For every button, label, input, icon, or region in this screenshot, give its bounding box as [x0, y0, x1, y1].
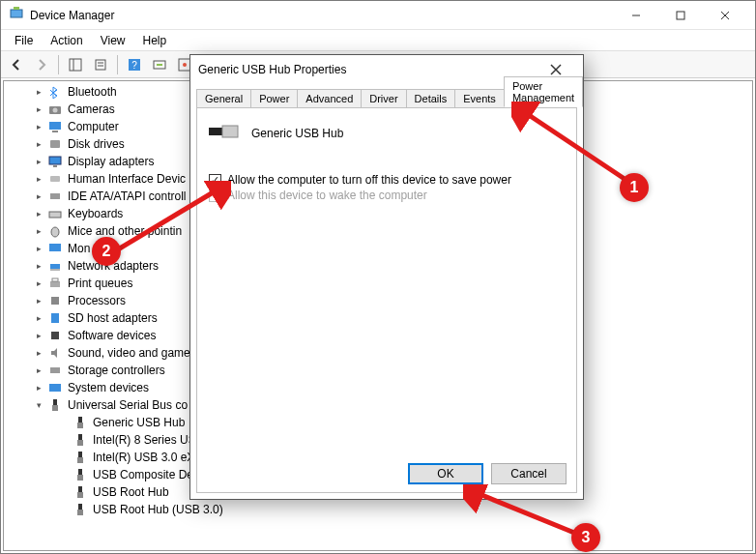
allow-turn-off-row[interactable]: ✓ Allow the computer to turn off this de… — [209, 173, 565, 187]
svg-rect-22 — [49, 157, 61, 164]
allow-turn-off-label: Allow the computer to turn off this devi… — [227, 173, 511, 187]
show-hide-tree-button[interactable] — [64, 53, 87, 76]
usb-icon — [72, 432, 89, 448]
usb-icon — [72, 415, 89, 430]
svg-rect-0 — [11, 10, 22, 17]
camera-icon — [46, 102, 64, 117]
forward-button[interactable] — [30, 53, 53, 76]
close-button[interactable] — [703, 1, 747, 30]
tab-general[interactable]: General — [196, 89, 251, 107]
tree-label: Processors — [68, 294, 126, 307]
software-icon — [46, 328, 64, 343]
tree-label: Display adapters — [68, 155, 154, 168]
hid-icon — [46, 171, 64, 187]
tab-advanced[interactable]: Advanced — [297, 89, 362, 107]
usb-icon — [46, 397, 64, 413]
properties-dialog: Generic USB Hub Properties General Power… — [189, 54, 584, 500]
svg-rect-51 — [77, 510, 83, 515]
svg-point-18 — [53, 108, 58, 113]
cancel-button[interactable]: Cancel — [491, 463, 567, 484]
tree-label: Software devices — [68, 329, 156, 342]
tab-events[interactable]: Events — [454, 89, 505, 107]
tab-details[interactable]: Details — [406, 89, 456, 107]
svg-rect-45 — [77, 457, 83, 463]
annotation-badge-1: 1 — [620, 173, 649, 202]
tree-label: Keyboards — [68, 207, 123, 220]
tree-label: Disk drives — [68, 137, 125, 151]
chevron-right-icon: ▸ — [33, 121, 44, 132]
svg-rect-25 — [50, 193, 60, 199]
help-button[interactable]: ? — [123, 53, 146, 76]
disk-icon — [46, 136, 64, 152]
checkbox-allow-wake — [209, 190, 221, 202]
menu-view[interactable]: View — [93, 32, 133, 49]
svg-rect-38 — [53, 399, 57, 405]
svg-rect-48 — [78, 486, 82, 492]
ok-button[interactable]: OK — [408, 463, 483, 484]
svg-rect-26 — [49, 212, 61, 218]
print-icon — [46, 276, 64, 291]
svg-rect-32 — [52, 278, 58, 281]
tree-label: Cameras — [68, 102, 115, 116]
svg-rect-31 — [50, 281, 60, 287]
back-button[interactable] — [5, 53, 28, 76]
svg-rect-35 — [51, 332, 59, 339]
usb-icon — [72, 502, 89, 517]
usb-icon — [72, 484, 89, 500]
svg-rect-19 — [49, 122, 61, 130]
mouse-icon — [46, 223, 64, 239]
svg-rect-43 — [77, 440, 83, 446]
tab-driver[interactable]: Driver — [361, 89, 406, 107]
minimize-button[interactable] — [614, 1, 658, 30]
menu-action[interactable]: Action — [43, 32, 90, 49]
menu-help[interactable]: Help — [135, 32, 175, 49]
tab-power[interactable]: Power — [250, 89, 298, 107]
titlebar: Device Manager — [1, 1, 755, 30]
svg-rect-33 — [51, 297, 59, 305]
usb-icon — [72, 450, 89, 465]
chevron-right-icon: ▸ — [33, 295, 44, 306]
tree-label: Mice and other pointin — [68, 224, 182, 238]
svg-rect-28 — [49, 244, 61, 251]
chevron-right-icon: ▸ — [33, 156, 44, 167]
ide-icon — [46, 189, 64, 204]
chevron-right-icon: ▸ — [33, 173, 44, 185]
tree-label: Print queues — [68, 277, 132, 290]
tree-label: Mon — [68, 242, 90, 255]
tree-item[interactable]: USB Root Hub (USB 3.0) — [4, 501, 752, 518]
annotation-badge-3: 3 — [571, 523, 600, 552]
chevron-right-icon: ▸ — [33, 138, 44, 150]
chevron-right-icon: ▸ — [33, 86, 44, 98]
app-icon — [9, 6, 24, 24]
window-title: Device Manager — [30, 9, 114, 22]
checkbox-allow-off[interactable]: ✓ — [209, 174, 221, 187]
svg-rect-41 — [77, 423, 83, 428]
maximize-button[interactable] — [658, 1, 703, 30]
menu-file[interactable]: File — [7, 32, 41, 49]
svg-rect-20 — [52, 131, 58, 132]
tree-label: Computer — [68, 120, 119, 133]
scan-button[interactable] — [148, 53, 171, 76]
properties-button[interactable] — [89, 53, 112, 76]
chevron-right-icon: ▸ — [33, 330, 44, 341]
svg-rect-39 — [52, 405, 58, 411]
tree-label: Intel(R) 8 Series USB — [93, 433, 204, 447]
svg-rect-36 — [50, 367, 60, 373]
svg-rect-40 — [78, 417, 82, 423]
tree-label: IDE ATA/ATAPI controll — [68, 190, 186, 203]
tab-row: General Power Advanced Driver Details Ev… — [190, 84, 583, 107]
svg-rect-42 — [78, 434, 82, 440]
chevron-right-icon: ▸ — [33, 103, 44, 115]
svg-rect-34 — [51, 313, 59, 323]
tab-power-management[interactable]: Power Management — [504, 76, 583, 107]
tree-label: USB Root Hub — [93, 485, 169, 499]
device-manager-window: Device Manager File Action View Help ? ▸… — [0, 0, 756, 554]
svg-rect-8 — [96, 60, 105, 70]
svg-rect-46 — [78, 469, 82, 475]
chevron-right-icon: ▸ — [33, 243, 44, 254]
sd-icon — [46, 310, 64, 326]
chevron-right-icon: ▸ — [33, 312, 44, 324]
tree-label: USB Composite Dev — [93, 468, 199, 481]
chevron-right-icon: ▸ — [33, 260, 44, 272]
tree-label: Generic USB Hub — [93, 416, 185, 429]
